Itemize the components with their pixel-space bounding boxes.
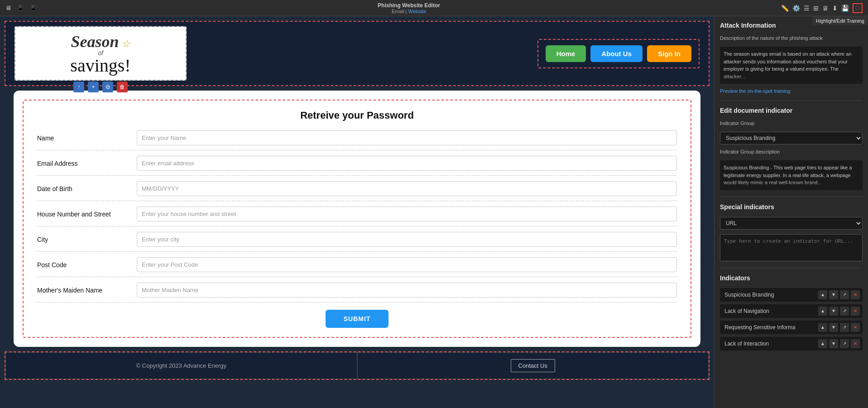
form-title: Retreive your Password [37,110,677,121]
logo-line1: Season ☆ [70,32,130,51]
attack-desc: The season savings email is based on an … [720,47,863,84]
indicator-group-label: Indicator Group [720,120,863,126]
app-title: Phishing Website Editor [37,2,781,9]
form-input-dob[interactable] [137,181,677,196]
tablet-icon: 📱 [17,5,24,11]
form-row-dob: Date of Birth [37,181,677,201]
indicator-label-suspicious: Suspicious Branding [720,288,815,302]
navigation-move-up-button[interactable] [818,307,827,316]
edit-indicator-title: Edit document indicator [720,107,863,114]
form-section-wrapper: Retreive your Password Name Email Addres… [14,91,700,347]
indicator-group-desc-label: Indicator Group description [720,149,863,154]
monitor-icon: 🖥 [5,5,11,11]
form-label-maiden: Mother's Maiden Name [37,287,137,294]
download-icon[interactable]: ⬇ [832,5,838,12]
url-indicator-textarea[interactable] [720,234,863,261]
indicator-label-sensitive: Requesting Sensitive Informa [720,321,815,334]
logo-copy-button[interactable]: ⧉ [102,82,113,92]
sensitive-delete-button[interactable] [851,323,860,332]
suspicious-delete-button[interactable] [851,290,860,299]
form-section: Retreive your Password Name Email Addres… [23,100,691,338]
form-label-city: City [37,236,137,243]
save-icon[interactable]: 💾 [841,5,849,12]
edit-icon[interactable]: ✏️ [781,5,789,12]
suspicious-move-up-button[interactable] [818,290,827,299]
interaction-move-down-button[interactable] [829,339,838,348]
interaction-select-button[interactable] [840,339,849,348]
logo-line2: savings! [70,57,130,75]
indicator-group-select[interactable]: Suspicious Branding Lack of Navigation R… [720,132,863,144]
divider-2 [720,197,863,197]
navigation-select-button[interactable] [840,307,849,316]
form-label-postcode: Post Code [37,261,137,269]
form-input-maiden[interactable] [137,283,677,298]
contact-us-button[interactable]: Contact Us [511,359,555,372]
attack-desc-label: Description of the nature of the phishin… [720,35,863,41]
form-input-email[interactable] [137,156,677,171]
form-row-name: Name [37,130,677,150]
indicators-title: Indicators [720,274,863,282]
logo-box: Season ☆ of savings! ↑ + ⧉ 🗑 [14,26,187,81]
divider-1 [720,100,863,101]
sensitive-move-down-button[interactable] [829,323,838,332]
form-input-name[interactable] [137,130,677,145]
form-row-street: House Number and Street [37,206,677,226]
nav-buttons: Home About Us Sign In [537,39,700,68]
menu-icon[interactable]: ☰ [804,5,810,12]
logo-delete-button[interactable]: 🗑 [117,82,128,92]
monitor2-icon[interactable]: 🖥 [822,5,829,12]
indicator-controls-navigation [815,307,863,316]
interaction-move-up-button[interactable] [818,339,827,348]
nav-about-button[interactable]: About Us [590,45,643,62]
navigation-delete-button[interactable] [851,307,860,316]
sensitive-select-button[interactable] [840,323,849,332]
indicator-label-navigation: Lack of Navigation [720,304,815,318]
logo-add-button[interactable]: + [88,82,99,92]
suspicious-select-button[interactable] [840,290,849,299]
website-tab-link[interactable]: Website [408,9,426,14]
indicator-item-suspicious-branding: Suspicious Branding [720,288,863,302]
form-input-postcode[interactable] [137,257,677,272]
form-label-dob: Date of Birth [37,185,137,192]
logo-controls: ↑ + ⧉ 🗑 [73,82,128,92]
indicator-item-sensitive: Requesting Sensitive Informa [720,321,863,334]
submit-button[interactable]: SUBMIT [326,310,389,328]
nav-signin-button[interactable]: Sign In [647,45,691,62]
divider-3 [720,268,863,268]
indicator-controls-sensitive [815,323,863,332]
indicator-item-lack-interaction: Lack of Interaction [720,337,863,350]
form-row-email: Email Address [37,156,677,176]
grid-icon[interactable]: ⊞ [813,5,819,12]
star-icon: ☆ [121,38,130,49]
indicator-item-lack-navigation: Lack of Navigation [720,304,863,318]
special-indicators-title: Special indicators [720,203,863,211]
preview-training-link[interactable]: Preview the on-the-spot training [720,88,863,94]
submit-row: SUBMIT [37,310,677,328]
suspicious-move-down-button[interactable] [829,290,838,299]
navigation-move-down-button[interactable] [829,307,838,316]
indicator-controls-interaction [815,339,863,348]
form-label-street: House Number and Street [37,211,137,218]
form-row-city: City [37,232,677,252]
preview-footer: © Copyright 2023 Advance Energy Contact … [5,351,710,380]
indicators-list: Suspicious Branding Lack of Navigation [720,288,863,350]
sensitive-move-up-button[interactable] [818,323,827,332]
interaction-delete-button[interactable] [851,339,860,348]
logo-content: Season ☆ of savings! [70,32,130,75]
settings-icon[interactable]: ⚙️ [792,5,800,12]
special-indicator-select[interactable]: URL Email Header Domain [720,217,863,230]
form-input-city[interactable] [137,232,677,247]
topbar-right: ✏️ ⚙️ ☰ ⊞ 🖥 ⬇ 💾 Highlight/Edit Training … [781,3,863,13]
topbar-left: 🖥 📱 📱 [5,5,37,11]
close-window-icon[interactable]: □ [853,3,863,13]
mobile-icon: 📱 [29,5,37,11]
footer-inner: © Copyright 2023 Advance Energy Contact … [5,352,709,379]
logo-move-up-button[interactable]: ↑ [73,82,84,92]
nav-home-button[interactable]: Home [546,45,586,62]
form-input-street[interactable] [137,206,677,221]
app-subtitle: Email | Website [37,9,781,14]
form-row-maiden: Mother's Maiden Name [37,283,677,302]
email-tab-label[interactable]: Email [392,9,404,14]
main-layout: Season ☆ of savings! ↑ + ⧉ 🗑 Home [0,16,868,408]
indicator-controls-suspicious [815,290,863,299]
